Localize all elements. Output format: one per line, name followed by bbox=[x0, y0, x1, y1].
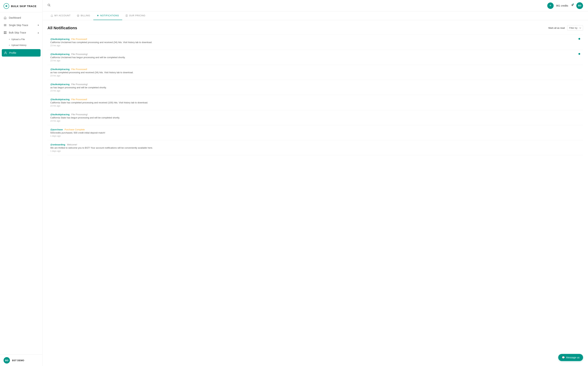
home-icon bbox=[4, 16, 7, 19]
svg-rect-5 bbox=[4, 31, 5, 32]
chevron-up-icon: ▴ bbox=[38, 31, 39, 34]
search-area bbox=[47, 4, 544, 8]
svg-rect-6 bbox=[5, 31, 6, 32]
tab-our-pricing[interactable]: OUR PRICING bbox=[122, 11, 149, 20]
notif-type: File Processing! bbox=[71, 113, 88, 116]
main-content: + 961 credits BD MY ACCOUNT bbox=[43, 0, 588, 366]
message-btn-label: Message us bbox=[566, 356, 580, 359]
sub-dot-icon bbox=[9, 45, 10, 46]
message-chat-icon: 💬 bbox=[562, 356, 565, 359]
notif-body: We are thrilled to welcome you to BST! Y… bbox=[50, 146, 580, 149]
svg-rect-7 bbox=[4, 33, 5, 34]
sidebar-subitem-upload-history-label: Upload History bbox=[11, 44, 26, 46]
notif-sender-line: @bulkskiptracing File Processed! bbox=[50, 38, 580, 40]
notif-time: 23 hrs ago bbox=[50, 90, 580, 92]
notification-item[interactable]: @onboarding Welcome! We are thrilled to … bbox=[47, 140, 583, 155]
notif-type: Welcome! bbox=[67, 143, 77, 146]
notification-item[interactable]: @bulkskiptracing File Processed! Califor… bbox=[47, 95, 583, 110]
notif-sender: @bulkskiptracing bbox=[50, 83, 70, 86]
user-name: BST DEMO bbox=[12, 359, 24, 362]
svg-point-9 bbox=[5, 52, 6, 53]
doc-icon bbox=[125, 14, 128, 17]
notif-sender-line: @bulkskiptracing File Processing! bbox=[50, 53, 580, 55]
notification-item[interactable]: @purchase Purchase Complete 500credits p… bbox=[47, 125, 583, 140]
list-icon bbox=[4, 23, 7, 27]
notif-body: as has completed processing and received… bbox=[50, 71, 580, 74]
notification-item[interactable]: @bulkskiptracing File Processed! Califor… bbox=[47, 35, 583, 50]
user-avatar-small: BD bbox=[4, 357, 10, 364]
sidebar-item-dashboard[interactable]: Dashboard bbox=[0, 14, 42, 22]
svg-rect-1 bbox=[5, 18, 6, 19]
unread-dot bbox=[578, 53, 580, 55]
sidebar-subitem-upload-history[interactable]: Upload History bbox=[0, 42, 42, 48]
notif-type: File Processed! bbox=[71, 38, 87, 40]
notif-sender-line: @purchase Purchase Complete bbox=[50, 128, 580, 131]
message-us-button[interactable]: 💬 Message us bbox=[558, 354, 583, 361]
notification-item[interactable]: @bulkskiptracing File Processed! as has … bbox=[47, 65, 583, 80]
sidebar-item-single-skip-trace[interactable]: Single Skip Trace ▾ bbox=[0, 22, 42, 29]
notif-sender: @purchase bbox=[50, 128, 63, 131]
notifications-content: All Notifications Mark all as read Filte… bbox=[43, 20, 588, 366]
sidebar-subitem-upload-file[interactable]: Upload a File bbox=[0, 36, 42, 42]
notif-type: File Processing! bbox=[71, 83, 88, 86]
tabs-bar: MY ACCOUNT BILLING NOTIFICATIONS bbox=[43, 11, 588, 20]
notif-sender: @bulkskiptracing bbox=[50, 113, 70, 116]
notif-sender-line: @onboarding Welcome! bbox=[50, 143, 580, 146]
notification-item[interactable]: @bulkskiptracing File Processing! Califo… bbox=[47, 50, 583, 65]
app-logo-icon bbox=[4, 3, 9, 9]
filter-select[interactable]: Filter by bbox=[567, 25, 583, 31]
notifications-title: All Notifications bbox=[47, 26, 77, 30]
notif-sender-line: @bulkskiptracing File Processing! bbox=[50, 83, 580, 86]
svg-rect-3 bbox=[4, 25, 6, 25]
notif-sender-line: @bulkskiptracing File Processed! bbox=[50, 68, 580, 71]
dollar-icon bbox=[77, 14, 79, 17]
tab-billing[interactable]: BILLING bbox=[74, 11, 93, 20]
sidebar-footer: BD BST DEMO bbox=[0, 354, 42, 366]
notif-type: Purchase Complete bbox=[65, 128, 85, 131]
sidebar-item-single-skip-label: Single Skip Trace bbox=[9, 24, 28, 27]
notif-time: 23 hrs ago bbox=[50, 75, 580, 77]
home-tab-icon bbox=[51, 14, 53, 17]
mark-all-read-button[interactable]: Mark all as read bbox=[549, 27, 565, 29]
notif-type: File Processing! bbox=[71, 53, 88, 55]
tab-our-pricing-label: OUR PRICING bbox=[129, 14, 145, 17]
notif-sender: @bulkskiptracing bbox=[50, 53, 70, 55]
top-header: + 961 credits BD bbox=[43, 0, 588, 11]
notif-body: California Unclaimed has begun processin… bbox=[50, 56, 580, 59]
notification-dot bbox=[573, 3, 574, 5]
notifications-actions: Mark all as read Filter by bbox=[549, 25, 583, 31]
sidebar-item-profile[interactable]: Profile bbox=[2, 49, 41, 57]
notif-time: 23 hrs ago bbox=[50, 120, 580, 122]
search-button[interactable] bbox=[47, 4, 51, 8]
notifications-list: @bulkskiptracing File Processed! Califor… bbox=[47, 35, 583, 155]
notification-item[interactable]: @bulkskiptracing File Processing! as has… bbox=[47, 80, 583, 95]
user-avatar[interactable]: BD bbox=[576, 2, 583, 9]
tab-my-account-label: MY ACCOUNT bbox=[54, 14, 71, 17]
tab-my-account[interactable]: MY ACCOUNT bbox=[47, 11, 74, 20]
app-title: BULK SKIP TRACE bbox=[11, 5, 37, 8]
notif-sender: @onboarding bbox=[50, 143, 65, 146]
sidebar-subitem-upload-file-label: Upload a File bbox=[11, 38, 25, 41]
notif-body: 500credits purchased, 500 credit initial… bbox=[50, 131, 580, 134]
svg-rect-4 bbox=[4, 26, 6, 26]
sidebar-item-bulk-skip-trace[interactable]: Bulk Skip Trace ▴ bbox=[0, 29, 42, 36]
notif-sender-line: @bulkskiptracing File Processed! bbox=[50, 98, 580, 101]
notif-body: California Unclaimed has completed proce… bbox=[50, 41, 580, 44]
notif-sender: @bulkskiptracing bbox=[50, 98, 70, 101]
lightning-notifications-button[interactable] bbox=[571, 4, 574, 8]
notif-time: 23 hrs ago bbox=[50, 105, 580, 107]
sidebar-header: BULK SKIP TRACE bbox=[0, 0, 42, 12]
sidebar-item-profile-label: Profile bbox=[9, 51, 16, 54]
notif-type: File Processed! bbox=[71, 68, 87, 71]
tab-notifications[interactable]: NOTIFICATIONS bbox=[93, 11, 122, 20]
person-icon bbox=[4, 51, 7, 54]
sub-dot-icon bbox=[9, 39, 10, 40]
svg-rect-2 bbox=[4, 24, 6, 25]
notif-time: 1 days ago bbox=[50, 150, 580, 152]
notif-time: 23 hrs ago bbox=[50, 59, 580, 62]
add-credits-button[interactable]: + bbox=[547, 2, 554, 9]
notif-body: California State has completed processin… bbox=[50, 101, 580, 104]
sidebar: BULK SKIP TRACE Dashboard Single Skip Tr… bbox=[0, 0, 43, 366]
credits-display: 961 credits bbox=[556, 4, 568, 7]
notification-item[interactable]: @bulkskiptracing File Processing! Califo… bbox=[47, 110, 583, 125]
